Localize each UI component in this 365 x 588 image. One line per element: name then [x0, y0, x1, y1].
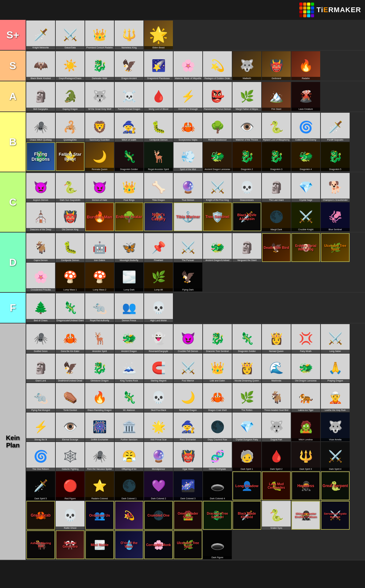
- list-item[interactable]: 🐀Flying Rat Mongrel: [26, 383, 55, 412]
- list-item[interactable]: 🦅Deathbird/Undead Dead: [56, 354, 85, 382]
- list-item[interactable]: 🔥Draco Rambling Dragon: [85, 383, 114, 412]
- list-item[interactable]: 🦅Dragon Ancient: [115, 51, 143, 80]
- list-item[interactable]: 🗿Bell Gargoyles: [26, 82, 55, 111]
- list-item[interactable]: 🍄Lump Mass 2: [85, 263, 114, 291]
- list-item[interactable]: ⚰️Tomb Deviled: [56, 383, 85, 412]
- list-item[interactable]: 👸Nicolai Dreaming Queen: [232, 354, 261, 382]
- list-item[interactable]: ⚔️Dark Spirit 4: [321, 442, 350, 471]
- list-item[interactable]: 🏔️Fire Giant: [262, 82, 291, 111]
- list-item[interactable]: 🧲Starling Magnet: [144, 354, 173, 382]
- list-item[interactable]: 🐉Glintstone Dragon: [85, 354, 114, 382]
- list-item[interactable]: 🐉Darkeater Midir: [85, 51, 114, 80]
- list-item[interactable]: 👹Ogar Head: [174, 442, 202, 471]
- list-item[interactable]: ⭐Radahn Colored: [85, 471, 114, 500]
- list-item[interactable]: 🦎Dragonscale/Undead Giant: [56, 293, 85, 322]
- list-item[interactable]: 🐲Ancient Dragon/Undead: [203, 233, 232, 262]
- list-item[interactable]: 🧝Loothe the Holy Ruin: [321, 383, 350, 412]
- list-item-mist-noble[interactable]: 🌫️ Mist Noble: [85, 530, 114, 559]
- list-item[interactable]: 👑Four Kings: [115, 173, 143, 202]
- list-item[interactable]: 🐺Vicar Amelia: [321, 412, 350, 441]
- list-item[interactable]: ⚔️Crucible Knight: [291, 202, 320, 231]
- list-item[interactable]: 🐲Ancient Dragon Lansseax: [203, 142, 232, 171]
- list-item[interactable]: ⚔️Long Saber: [321, 324, 350, 353]
- list-item[interactable]: 🕷️Chaos Witch Quelaag: [26, 113, 55, 142]
- list-item[interactable]: 👿Asylum Demon: [26, 173, 55, 202]
- list-item-shinobi-hunter[interactable]: 🥷 Shinobi Hunter Enshin of Misen: [291, 501, 320, 530]
- list-item-tibia-mariner[interactable]: ⚓ Tibia Mariner: [174, 202, 202, 231]
- list-item[interactable]: 🦎Mr. Alatreon: [115, 383, 143, 412]
- list-item[interactable]: 🗿The Last Giant: [262, 173, 291, 202]
- list-item[interactable]: 🗻King Tundra Rock: [115, 354, 143, 382]
- list-item[interactable]: ⚔️Gaius/Gaia: [56, 20, 85, 49]
- list-item[interactable]: 🏛️Further Sanctum: [115, 412, 143, 441]
- list-item[interactable]: 💢Fairy Wrath: [291, 324, 320, 353]
- list-item-servant-ayato[interactable]: ⚔️ Servant of Ayato Bosses: [321, 501, 350, 530]
- list-item[interactable]: 🔮Monstprence: [144, 442, 173, 471]
- list-item[interactable]: 🐉Dragonkin 5: [321, 142, 350, 171]
- list-item[interactable]: 🦀Dragon Crab Shell: [203, 383, 232, 412]
- list-item-erdtree-avatar[interactable]: 🌳 Erdtree Avatar: [115, 202, 143, 231]
- list-item-black-knife-assassin[interactable]: 🗡️ Black Knife Assassin: [232, 202, 261, 231]
- list-item[interactable]: 💎Crystal Dungeon Fairy: [232, 412, 261, 441]
- list-item[interactable]: 🧙Witch of Izalith: [115, 113, 143, 142]
- list-item[interactable]: 🗡️Pontiff Sulyvahn: [321, 113, 350, 142]
- list-item-omen-leader-sharrn[interactable]: 🧟 Omen Leader Sharrn: [174, 501, 202, 530]
- list-item[interactable]: 🐛Centipede Demon: [144, 113, 173, 142]
- list-item[interactable]: 🦌Ancestor Spirit: [85, 324, 114, 353]
- list-item[interactable]: 🦂Queelag/Dito: [56, 113, 85, 142]
- list-item[interactable]: 🌌Dark Colored 3: [174, 471, 202, 500]
- list-item[interactable]: 🔴Red Figure: [56, 471, 85, 500]
- list-item[interactable]: 🌿Margit Father of Abyss: [232, 82, 261, 111]
- list-item[interactable]: 🐍Snake Syss: [262, 501, 291, 530]
- list-item[interactable]: 🦁Sanctuary Guardian: [85, 113, 114, 142]
- list-item[interactable]: ⚡Ornstein & Smough: [174, 82, 202, 111]
- list-item[interactable]: 🌫️Lump Dark: [115, 263, 143, 291]
- list-item-death-rite-bird[interactable]: 🦅 Death Rite Bird: [262, 233, 291, 262]
- list-item[interactable]: 🦎Dragonkin Soldier: [232, 324, 261, 353]
- list-item[interactable]: 🕳️Dark Figure: [203, 530, 232, 559]
- list-item[interactable]: 🌊Masfonda: [262, 354, 291, 382]
- list-item[interactable]: 🌲Bed of Chaos: [26, 293, 55, 322]
- list-item-great-crab[interactable]: 🦀 Great Crab: [26, 501, 55, 530]
- list-item[interactable]: 🗿Vanguard the Giant: [232, 233, 261, 262]
- list-item[interactable]: 🩸Dark Spirit 2: [262, 442, 291, 471]
- list-item[interactable]: 🐕Champion's Gravetender: [321, 173, 350, 202]
- list-item[interactable]: 🌿Lump Alt: [144, 263, 173, 291]
- list-item[interactable]: 💜Dark Colored 2: [144, 471, 173, 500]
- list-item[interactable]: 🐀Royal Rat Authority: [85, 293, 114, 322]
- list-item[interactable]: 🦀Scorpioness Najka: [174, 113, 202, 142]
- list-item-ordained-us[interactable]: 👥 Ordained Us: [85, 501, 114, 530]
- list-item[interactable]: 🌑Dark Colored 1: [115, 471, 143, 500]
- list-item[interactable]: 🔮True Demon: [174, 173, 202, 202]
- list-item[interactable]: 🦎Dragonkin Soldier: [115, 142, 143, 171]
- list-item[interactable]: 🌟Elden Beast: [144, 20, 173, 49]
- list-item[interactable]: 🌟Visit Primal Scar: [144, 412, 173, 441]
- list-item[interactable]: ⛪Deacons of the Deep: [26, 202, 55, 231]
- list-item-black-blade-kindred-kp[interactable]: 🗡️ Black Blade Kindred: [232, 501, 261, 530]
- list-item[interactable]: 👸Nomad Queen: [262, 324, 291, 353]
- list-item[interactable]: 🐊Gaping Dragon: [56, 82, 85, 111]
- list-item[interactable]: 🌑Dopy Crashed Raw: [203, 412, 232, 441]
- list-item[interactable]: 🦇Black Blade Kindred: [26, 51, 55, 80]
- list-item[interactable]: 🌸Crossbreed Priscilla: [26, 263, 55, 291]
- list-item[interactable]: 🐉Dragonkin 3: [262, 142, 291, 171]
- list-item-draconic-tree-sentinel-kp[interactable]: 🐉 Draconic Tree Sentinel: [203, 501, 232, 530]
- list-item[interactable]: 👁️Eternal Scourge: [56, 412, 85, 441]
- list-item[interactable]: 📌Pinwheel: [144, 233, 173, 262]
- list-item[interactable]: 💫Radagon of Golden Order: [203, 51, 232, 80]
- list-item[interactable]: 🗡️Knight Meteorite: [26, 20, 55, 49]
- list-item-lava-mud-centipedes[interactable]: 🐛 Lava Mud Centipedes: [262, 471, 291, 500]
- list-item[interactable]: ⚡Storag the Ill: [26, 412, 55, 441]
- list-item[interactable]: 🕳️Dark Colored 4: [203, 471, 232, 500]
- list-item[interactable]: ⚔️Foul Warrior: [174, 354, 202, 382]
- list-item[interactable]: 🐲Ancient Dragon: [115, 324, 143, 353]
- list-item[interactable]: 🐲Dragonkin 4: [291, 142, 320, 171]
- list-item[interactable]: 💀High Lord Wolnir: [144, 293, 173, 322]
- list-item[interactable]: 🌀Coiled Sword Enemy: [291, 113, 320, 142]
- list-item[interactable]: 🐍Rykard Lord of Blasphemy: [262, 113, 291, 142]
- list-item[interactable]: 🐉Dragonkin 2: [232, 142, 261, 171]
- list-item[interactable]: 🔥Radahn: [291, 51, 320, 80]
- list-item[interactable]: 🩸Mohg Lord of Blood: [144, 82, 173, 111]
- list-item[interactable]: 🦴Tibia Dragon: [144, 173, 173, 202]
- list-item[interactable]: 🐍Dark Sun Gwyndolin: [56, 173, 85, 202]
